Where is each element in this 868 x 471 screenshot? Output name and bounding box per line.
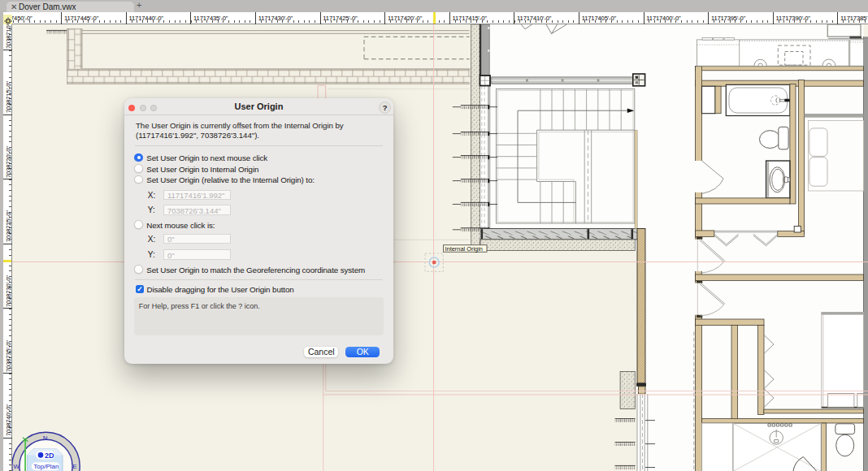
svg-text:Top/Plan: Top/Plan <box>33 463 59 470</box>
svg-text:N: N <box>43 434 48 441</box>
svg-text:Internal Origin: Internal Origin <box>445 244 483 252</box>
svg-text:W: W <box>14 463 20 470</box>
svg-text:E: E <box>72 463 76 470</box>
svg-text:2D: 2D <box>45 451 54 459</box>
